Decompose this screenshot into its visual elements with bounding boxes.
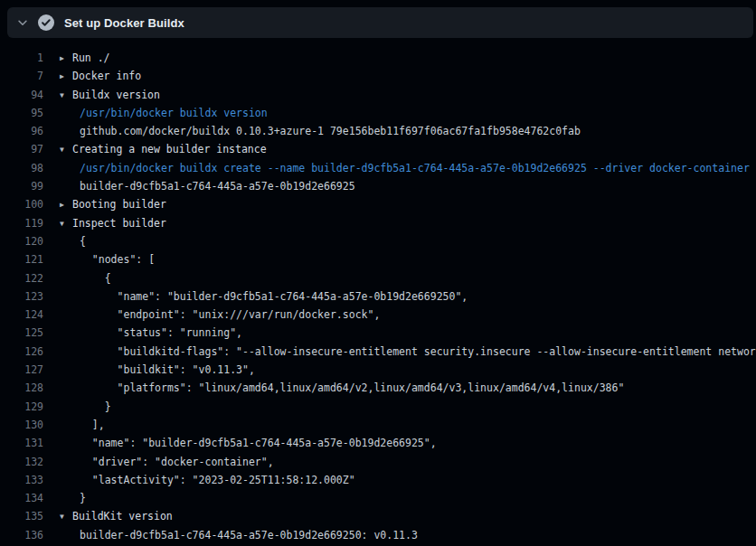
log-line: 131 "name": "builder-d9cfb5a1-c764-445a-… [0,434,756,452]
log-text: github.com/docker/buildx 0.10.3+azure-1 … [43,122,756,140]
log-group-header[interactable]: ▼Creating a new builder instance [43,140,756,158]
line-text: builder-d9cfb5a1-c764-445a-a57e-0b19d2e6… [80,529,418,541]
log-line: 1▶Run ./ [0,49,756,67]
log-text: "lastActivity": "2023-02-25T11:58:12.000… [43,471,756,489]
log-line: 134} [0,489,756,507]
line-number[interactable]: 120 [0,232,43,250]
log-text: } [43,489,756,507]
line-text: Creating a new builder instance [72,143,267,155]
log-text: } [43,398,756,416]
log-line: 95/usr/bin/docker buildx version [0,104,756,122]
line-text: ], [80,419,105,431]
log-line: 135▼BuildKit version [0,507,756,525]
line-text: { [80,235,86,248]
triangle-right-icon[interactable]: ▶ [60,196,72,213]
log-group-header[interactable]: ▶Run ./ [43,49,756,67]
triangle-down-icon[interactable]: ▼ [60,508,72,525]
log-line: 130 ], [0,416,756,434]
log-line: 122 { [0,269,756,287]
line-text: Buildx version [72,89,160,101]
line-text: { [80,272,111,285]
log-line: 94▼Buildx version [0,86,756,104]
log-text: "buildkitd-flags": "--allow-insecure-ent… [43,343,756,361]
line-number[interactable]: 121 [0,250,43,268]
line-number[interactable]: 134 [0,489,43,507]
line-number[interactable]: 133 [0,471,43,489]
log-line: 132 "driver": "docker-container", [0,453,756,471]
log-group-header[interactable]: ▶Booting builder [43,195,756,213]
line-text: Inspect builder [72,217,166,230]
log-group-header[interactable]: ▶Docker info [43,67,756,85]
line-number[interactable]: 126 [0,343,43,361]
step-title: Set up Docker Buildx [64,16,184,30]
log-group-header[interactable]: ▼Inspect builder [43,214,756,232]
line-text: } [80,400,111,413]
log-line: 121 "nodes": [ [0,250,756,268]
line-number[interactable]: 119 [0,214,43,232]
log-line: 129 } [0,398,756,416]
line-number[interactable]: 123 [0,287,43,306]
line-number[interactable]: 129 [0,398,43,416]
log-text: "driver": "docker-container", [43,453,756,471]
chevron-down-icon[interactable] [16,16,29,29]
line-number[interactable]: 136 [0,526,43,544]
line-text: /usr/bin/docker buildx create --name bui… [80,162,750,174]
line-number[interactable]: 95 [0,104,43,122]
log-group-header[interactable]: ▼BuildKit version [43,507,756,525]
log-line: 99builder-d9cfb5a1-c764-445a-a57e-0b19d2… [0,177,756,195]
line-text: Booting builder [72,198,166,211]
line-text: Docker info [72,70,141,82]
line-number[interactable]: 94 [0,86,43,104]
log-text: "name": "builder-d9cfb5a1-c764-445a-a57e… [43,287,756,306]
log-text: "name": "builder-d9cfb5a1-c764-445a-a57e… [43,434,756,452]
log-line: 126 "buildkitd-flags": "--allow-insecure… [0,343,756,361]
log-text: { [43,232,756,250]
log-line: 98/usr/bin/docker buildx create --name b… [0,159,756,177]
triangle-down-icon[interactable]: ▼ [60,141,72,158]
line-text: "platforms": "linux/amd64,linux/amd64/v2… [80,381,624,394]
line-number[interactable]: 100 [0,195,43,213]
line-number[interactable]: 122 [0,269,43,287]
log-line: 123 "name": "builder-d9cfb5a1-c764-445a-… [0,287,756,306]
step-header[interactable]: Set up Docker Buildx [7,7,753,38]
line-number[interactable]: 132 [0,453,43,471]
log-group-header[interactable]: ▼Buildx version [43,86,756,104]
line-number[interactable]: 135 [0,507,43,525]
log-text: "status": "running", [43,324,756,342]
line-number[interactable]: 97 [0,140,43,158]
line-number[interactable]: 128 [0,379,43,397]
log-line: 128 "platforms": "linux/amd64,linux/amd6… [0,379,756,397]
line-number[interactable]: 7 [0,67,43,85]
line-text: github.com/docker/buildx 0.10.3+azure-1 … [80,125,581,137]
line-text: "status": "running", [80,326,242,339]
line-text: "nodes": [ [80,253,155,266]
log-text: "endpoint": "unix:///var/run/docker.sock… [43,306,756,324]
triangle-right-icon[interactable]: ▶ [60,50,72,67]
line-number[interactable]: 131 [0,434,43,452]
triangle-down-icon[interactable]: ▼ [60,87,72,104]
log-line: 127 "buildkit": "v0.11.3", [0,361,756,379]
line-text: "buildkit": "v0.11.3", [80,363,255,376]
log-text: builder-d9cfb5a1-c764-445a-a57e-0b19d2e6… [43,526,756,544]
line-text: "lastActivity": "2023-02-25T11:58:12.000… [80,474,355,486]
log-line: 136builder-d9cfb5a1-c764-445a-a57e-0b19d… [0,526,756,544]
line-number[interactable]: 99 [0,177,43,195]
line-number[interactable]: 130 [0,416,43,434]
log-text: "nodes": [ [43,250,756,268]
line-text: "buildkitd-flags": "--allow-insecure-ent… [80,345,756,358]
triangle-right-icon[interactable]: ▶ [60,68,72,85]
line-number[interactable]: 125 [0,324,43,342]
log-line: 96github.com/docker/buildx 0.10.3+azure-… [0,122,756,140]
line-number[interactable]: 127 [0,361,43,379]
line-number[interactable]: 124 [0,306,43,324]
check-circle-icon [38,14,54,31]
log-line: 97▼Creating a new builder instance [0,140,756,158]
log-lines: 1▶Run ./7▶Docker info94▼Buildx version95… [0,38,756,544]
triangle-down-icon[interactable]: ▼ [60,215,72,232]
line-number[interactable]: 1 [0,49,43,67]
line-number[interactable]: 98 [0,159,43,177]
line-text: "name": "builder-d9cfb5a1-c764-445a-a57e… [80,437,437,449]
line-text: } [80,492,86,504]
log-line: 125 "status": "running", [0,324,756,342]
line-number[interactable]: 96 [0,122,43,140]
